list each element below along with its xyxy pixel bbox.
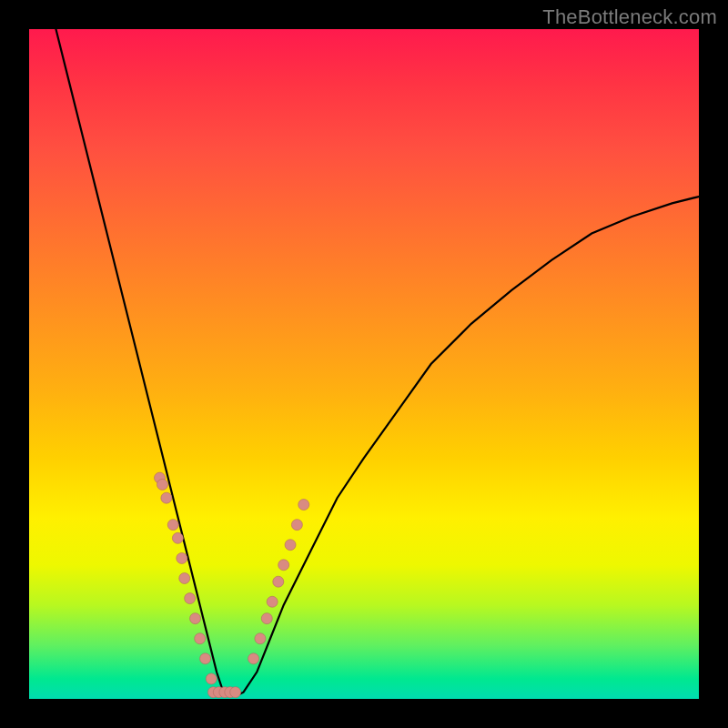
bottleneck-curve — [56, 29, 699, 695]
data-marker — [167, 520, 178, 531]
marker-cluster-bottom — [207, 687, 240, 698]
data-marker — [195, 633, 206, 644]
data-marker — [273, 576, 284, 587]
data-marker — [248, 653, 259, 664]
marker-cluster-right — [248, 500, 309, 664]
data-marker — [177, 552, 187, 563]
data-marker — [291, 520, 302, 531]
curve-svg — [29, 29, 699, 699]
data-marker — [230, 687, 241, 698]
marker-cluster-left — [155, 472, 217, 684]
data-marker — [179, 573, 190, 584]
data-marker — [185, 593, 196, 604]
plot-area — [29, 29, 699, 699]
data-marker — [206, 673, 217, 684]
watermark-text: TheBottleneck.com — [542, 5, 717, 29]
data-marker — [298, 500, 309, 511]
data-marker — [157, 479, 167, 490]
data-marker — [267, 596, 278, 607]
data-marker — [278, 560, 289, 571]
data-marker — [255, 633, 266, 644]
data-marker — [261, 613, 272, 624]
data-marker — [172, 532, 183, 543]
chart-frame: TheBottleneck.com — [0, 0, 728, 728]
data-marker — [161, 492, 172, 503]
data-marker — [285, 540, 296, 551]
data-marker — [190, 613, 201, 624]
data-marker — [200, 653, 211, 664]
